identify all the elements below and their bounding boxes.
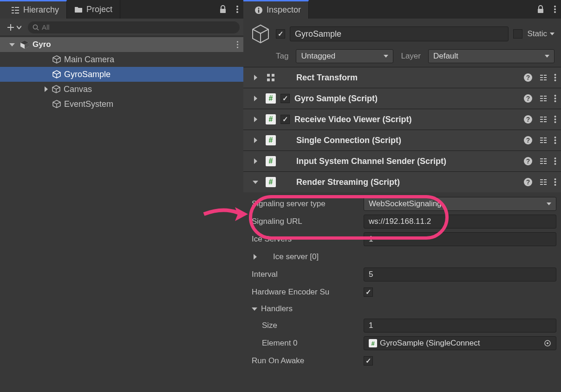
interval-input[interactable]	[364, 268, 556, 281]
kebab-icon[interactable]	[231, 0, 243, 19]
help-icon[interactable]: ?	[523, 157, 533, 166]
help-icon[interactable]: ?	[523, 115, 533, 124]
hierarchy-search[interactable]	[28, 21, 240, 33]
kebab-icon[interactable]	[554, 136, 556, 144]
svg-text:?: ?	[526, 157, 530, 165]
prop-signaling-type: Signaling server type WebSocketSignaling	[252, 195, 556, 213]
caret-right-icon[interactable]	[45, 86, 48, 92]
chevron-down-icon	[17, 26, 21, 29]
interval-field[interactable]	[369, 270, 551, 279]
ice-servers-field[interactable]	[369, 235, 551, 244]
caret-down-icon[interactable]	[9, 43, 15, 46]
kebab-icon[interactable]	[554, 73, 556, 82]
component-header[interactable]: Rect Transform ?	[243, 67, 561, 88]
chevron-down-icon[interactable]	[550, 32, 554, 36]
preset-icon[interactable]	[539, 73, 548, 82]
tab-hierarchy[interactable]: Hierarchy	[0, 0, 67, 19]
enabled-checkbox[interactable]	[276, 29, 285, 39]
svg-rect-79	[544, 140, 547, 141]
svg-rect-30	[258, 9, 260, 13]
static-checkbox[interactable]	[513, 29, 522, 39]
svg-rect-45	[540, 77, 543, 78]
caret-right-icon[interactable]	[254, 254, 257, 260]
component-header[interactable]: # Single Connection (Script) ?	[243, 130, 561, 150]
create-button[interactable]	[4, 21, 24, 33]
handlers-size-input[interactable]	[364, 319, 556, 333]
kebab-icon[interactable]	[554, 178, 556, 186]
hierarchy-item-canvas[interactable]: Canvas	[0, 82, 243, 97]
caret-right-icon[interactable]	[254, 137, 257, 143]
component-header[interactable]: # Render Streaming (Script) ?	[243, 172, 561, 192]
caret-down-icon[interactable]	[253, 181, 258, 184]
hierarchy-tree: Gyro Main Camera GyroSample Canvas	[0, 36, 243, 111]
info-icon	[254, 6, 263, 14]
signaling-type-dropdown[interactable]: WebSocketSignaling	[364, 197, 556, 211]
svg-rect-5	[15, 13, 19, 13]
ice-servers-input[interactable]	[364, 232, 556, 246]
component-enabled-checkbox[interactable]	[280, 115, 290, 124]
run-on-awake-checkbox[interactable]	[364, 356, 373, 366]
tab-inspector[interactable]: Inspector	[243, 0, 309, 19]
preset-icon[interactable]	[539, 94, 548, 103]
handlers-size-field[interactable]	[369, 321, 551, 330]
kebab-icon[interactable]	[236, 41, 239, 48]
hierarchy-item-main-camera[interactable]: Main Camera	[0, 52, 243, 67]
component-enabled-checkbox[interactable]	[280, 94, 290, 103]
element0-object-field[interactable]: # GyroSample (SingleConnect	[364, 336, 556, 350]
preset-icon[interactable]	[539, 157, 548, 165]
prop-label: Element 0	[252, 339, 361, 348]
component-header[interactable]: # Receive Video Viewer (Script) ?	[243, 109, 561, 130]
layer-label: Layer	[401, 52, 421, 61]
help-icon[interactable]: ?	[523, 94, 533, 103]
svg-point-71	[554, 116, 556, 118]
prop-handlers-size: Size	[252, 317, 556, 334]
component-header[interactable]: # Gyro Sample (Script) ?	[243, 88, 561, 109]
signaling-url-field[interactable]	[369, 217, 551, 226]
caret-right-icon[interactable]	[254, 117, 257, 122]
signaling-url-input[interactable]	[364, 215, 556, 229]
kebab-icon[interactable]	[554, 94, 556, 103]
caret-down-icon[interactable]	[252, 307, 257, 311]
preset-icon[interactable]	[539, 178, 548, 186]
caret-right-icon[interactable]	[254, 96, 257, 101]
search-input[interactable]	[42, 23, 235, 31]
lock-icon[interactable]	[215, 0, 231, 19]
kebab-icon[interactable]	[554, 157, 556, 165]
object-name-input[interactable]	[290, 26, 509, 41]
svg-rect-67	[540, 119, 543, 120]
component-header[interactable]: # Input System Channel Sender (Script) ?	[243, 151, 561, 171]
svg-point-61	[554, 98, 556, 99]
preset-icon[interactable]	[539, 136, 548, 144]
gameobject-icon[interactable]	[250, 23, 271, 45]
preset-icon[interactable]	[539, 115, 548, 124]
help-icon[interactable]: ?	[523, 136, 533, 145]
hierarchy-item-eventsystem[interactable]: EventSystem	[0, 97, 243, 111]
svg-text:?: ?	[526, 137, 530, 144]
tag-dropdown[interactable]: Untagged	[296, 49, 393, 63]
help-icon[interactable]: ?	[523, 177, 533, 187]
hierarchy-item-gyrosample[interactable]: GyroSample	[0, 67, 243, 82]
help-icon[interactable]: ?	[523, 73, 533, 82]
svg-rect-44	[544, 75, 547, 76]
caret-right-icon[interactable]	[254, 158, 257, 164]
component-title: Gyro Sample (Script)	[294, 94, 519, 104]
hardware-encoder-checkbox[interactable]	[364, 287, 373, 297]
prop-ice-server-0[interactable]: Ice server [0]	[252, 248, 556, 266]
svg-point-29	[258, 7, 260, 9]
svg-rect-37	[267, 74, 270, 77]
tab-project[interactable]: Project	[67, 0, 120, 19]
kebab-icon[interactable]	[549, 0, 561, 19]
scene-row[interactable]: Gyro	[0, 37, 243, 52]
kebab-icon[interactable]	[554, 115, 556, 124]
svg-rect-54	[540, 96, 543, 97]
svg-rect-11	[7, 27, 14, 28]
object-picker-icon[interactable]	[541, 340, 551, 347]
component-title: Render Streaming (Script)	[296, 177, 519, 187]
script-icon: #	[266, 114, 276, 124]
svg-rect-1	[12, 10, 14, 11]
caret-right-icon[interactable]	[254, 75, 257, 80]
lock-icon[interactable]	[532, 0, 549, 19]
handlers-foldout[interactable]: Handlers	[252, 301, 556, 317]
svg-rect-47	[540, 79, 543, 80]
layer-dropdown[interactable]: Default	[428, 49, 554, 63]
